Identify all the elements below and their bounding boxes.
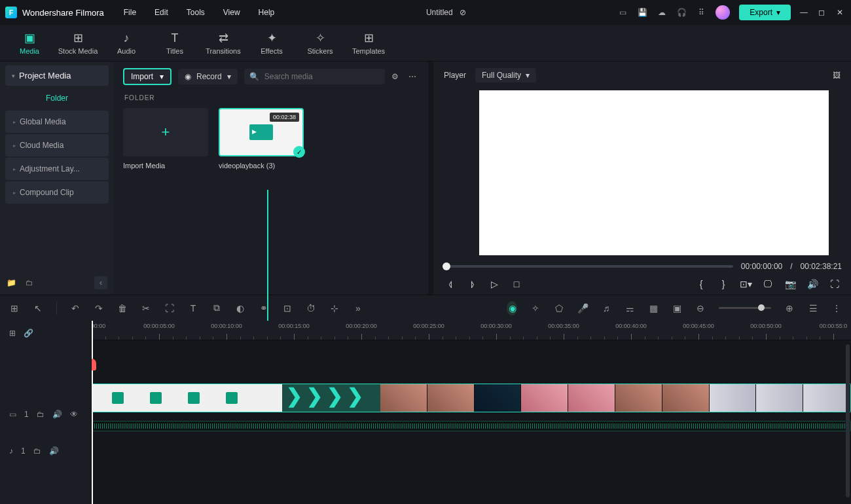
player-tab[interactable]: Player [444, 71, 466, 80]
close-icon[interactable]: ✕ [837, 8, 846, 17]
playhead[interactable] [92, 321, 93, 504]
stop-icon[interactable]: □ [511, 279, 522, 289]
video-track[interactable] [92, 384, 851, 420]
maximize-icon[interactable]: ◻ [818, 8, 827, 17]
menu-view[interactable]: View [223, 8, 240, 17]
mark-in-icon[interactable]: { [695, 279, 707, 289]
copy-icon[interactable]: ⧉ [211, 302, 222, 314]
next-frame-icon[interactable]: ⦊ [466, 279, 478, 289]
audio-track[interactable] [92, 446, 851, 472]
ratio-icon[interactable]: ⊡▾ [740, 279, 751, 289]
menu-help[interactable]: Help [259, 8, 275, 17]
quality-select[interactable]: Full Quality ▾ [475, 68, 536, 82]
import-media-card[interactable]: + Import Media [123, 108, 208, 170]
options-icon[interactable]: ⋮ [831, 303, 842, 314]
tab-media[interactable]: ▣Media [5, 25, 54, 62]
record-button[interactable]: ◉ Record ▾ [178, 69, 238, 84]
lock-icon[interactable]: 🗀 [33, 446, 41, 456]
collapse-sidebar-icon[interactable]: ‹ [94, 276, 107, 289]
audio-track-header[interactable]: ♪ 1 🗀 🔊 [0, 441, 91, 461]
sidebar-item-cloud-media[interactable]: Cloud Media [5, 134, 109, 156]
timeline-ruler[interactable]: 00:0000:00:05:0000:00:10:0000:00:15:0000… [92, 321, 851, 340]
undo-icon[interactable]: ↶ [70, 303, 81, 314]
headset-icon[interactable]: 🎧 [676, 7, 687, 18]
tab-templates[interactable]: ⊞Templates [344, 25, 393, 62]
timeline-clip[interactable] [92, 384, 851, 412]
folder-label[interactable]: Folder [0, 86, 114, 111]
import-button[interactable]: Import ▾ [123, 68, 172, 85]
cut-icon[interactable]: ✂ [141, 303, 151, 314]
tab-titles[interactable]: TTitles [151, 25, 199, 62]
eye-icon[interactable]: 👁 [70, 410, 78, 419]
tab-effects[interactable]: ✦Effects [247, 25, 296, 62]
tab-stickers[interactable]: ✧Stickers [296, 25, 344, 62]
export-button[interactable]: Export ▾ [739, 5, 791, 20]
tab-stock-media[interactable]: ⊞Stock Media [54, 25, 102, 62]
minimize-icon[interactable]: — [800, 8, 809, 17]
more-icon[interactable]: ⋯ [408, 72, 419, 81]
new-bin-icon[interactable]: 🗀 [26, 278, 33, 287]
render-icon[interactable]: ▦ [648, 303, 659, 314]
group-icon[interactable]: ⊡ [282, 303, 293, 314]
volume-icon[interactable]: 🔊 [806, 279, 818, 289]
tab-audio[interactable]: ♪Audio [102, 25, 151, 62]
mark-out-icon[interactable]: } [717, 279, 729, 289]
zoom-in-icon[interactable]: ⊕ [784, 303, 795, 314]
link-tracks-icon[interactable]: 🔗 [24, 329, 33, 338]
tab-transitions[interactable]: ⇄Transitions [199, 25, 247, 62]
fullscreen-icon[interactable]: ⛶ [829, 279, 841, 289]
device-icon[interactable]: ▭ [617, 7, 628, 18]
crop-icon[interactable]: ⛶ [164, 303, 175, 314]
video-track-header[interactable]: ▭ 1 🗀 🔊 👁 [0, 405, 91, 424]
music-icon[interactable]: ♬ [601, 303, 611, 314]
search-input[interactable] [264, 72, 380, 81]
delete-icon[interactable]: 🗑 [117, 303, 128, 314]
preview-canvas[interactable] [479, 90, 829, 255]
mute-icon[interactable]: 🔊 [49, 446, 59, 456]
clip-segment-transition [282, 384, 380, 412]
sidebar-item-adjustment-layer[interactable]: Adjustment Lay... [5, 158, 109, 180]
snapshot-icon[interactable]: 🖼 [833, 71, 841, 80]
mute-icon[interactable]: 🔊 [52, 410, 62, 419]
star-icon[interactable]: ✧ [530, 303, 541, 314]
mixer-icon[interactable]: ⚎ [625, 303, 635, 314]
auto-icon[interactable]: ◉ [507, 301, 517, 315]
speed-icon[interactable]: ⏱ [306, 303, 316, 314]
camera-icon[interactable]: 📷 [784, 279, 796, 289]
sidebar-item-compound-clip[interactable]: Compound Clip [5, 181, 109, 204]
sidebar-item-global-media[interactable]: Global Media [5, 111, 109, 133]
timeline-scrollbar[interactable] [846, 344, 850, 497]
list-view-icon[interactable]: ☰ [808, 303, 818, 314]
snap-icon[interactable]: ▣ [672, 303, 682, 314]
media-clip-card[interactable]: 00:02:38 ✓ videoplayback (3) [219, 108, 304, 170]
zoom-slider[interactable] [719, 307, 771, 309]
menu-edit[interactable]: Edit [154, 8, 168, 17]
marker-icon[interactable]: ⬠ [554, 303, 564, 314]
tracks-icon[interactable]: ⊞ [9, 329, 16, 338]
new-folder-icon[interactable]: 📁 [7, 278, 16, 287]
more-tools-icon[interactable]: » [353, 303, 363, 314]
save-icon[interactable]: 💾 [637, 7, 647, 18]
link-icon[interactable]: ⚭ [259, 303, 269, 314]
lock-icon[interactable]: 🗀 [37, 410, 45, 419]
display-icon[interactable]: 🖵 [762, 279, 774, 289]
color-icon[interactable]: ◐ [235, 303, 245, 314]
timeline-body[interactable]: 00:0000:00:05:0000:00:10:0000:00:15:0000… [92, 321, 851, 504]
cloud-icon[interactable]: ☁ [657, 7, 667, 18]
fit-icon[interactable]: ⊹ [329, 303, 340, 314]
play-icon[interactable]: ▷ [488, 279, 500, 289]
filter-icon[interactable]: ⚙ [391, 72, 402, 81]
redo-icon[interactable]: ↷ [94, 303, 104, 314]
menu-file[interactable]: File [124, 8, 136, 17]
prev-frame-icon[interactable]: ⦉ [444, 279, 456, 289]
menu-tools[interactable]: Tools [187, 8, 205, 17]
scrub-track[interactable] [443, 265, 733, 268]
project-media-header[interactable]: Project Media [5, 65, 109, 86]
pointer-icon[interactable]: ↖ [33, 303, 43, 314]
zoom-out-icon[interactable]: ⊖ [695, 303, 706, 314]
mic-icon[interactable]: 🎤 [577, 303, 588, 314]
layout-icon[interactable]: ⊞ [9, 303, 20, 314]
text-icon[interactable]: T [188, 303, 198, 314]
apps-icon[interactable]: ⠿ [696, 7, 706, 18]
user-avatar[interactable] [715, 5, 730, 20]
